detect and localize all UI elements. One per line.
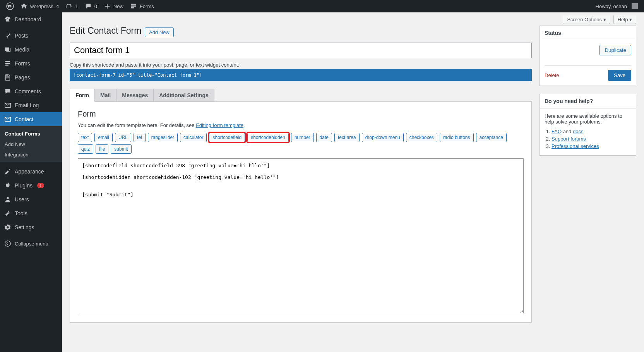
update-icon [65, 2, 73, 10]
tag-button-submit[interactable]: submit [111, 144, 131, 154]
help-box: Do you need help? Here are some availabl… [540, 94, 636, 156]
comments-link[interactable]: 0 [81, 0, 100, 12]
screen-options-label: Screen Options [567, 17, 602, 22]
menu-tools[interactable]: Tools [0, 206, 62, 220]
add-new-button[interactable]: Add New [145, 27, 174, 37]
menu-contact[interactable]: Contact [0, 112, 62, 126]
menu-posts[interactable]: Posts [0, 29, 62, 43]
editing-template-link[interactable]: Editing form template [196, 122, 243, 128]
menu-email-log[interactable]: Email Log [0, 98, 62, 112]
tag-button-text[interactable]: text [78, 133, 92, 142]
plugin-icon [4, 182, 12, 189]
forms-link[interactable]: Forms [127, 0, 157, 12]
tag-button-shortcodehidden[interactable]: shortcodehidden [247, 133, 289, 142]
contact-icon [4, 115, 12, 123]
menu-appearance[interactable]: Appearance [0, 165, 62, 179]
menu-label: Dashboard [15, 16, 41, 22]
tag-button-date[interactable]: date [316, 133, 332, 142]
comments-menu-icon [4, 88, 12, 95]
help-box-title: Do you need help? [540, 94, 636, 108]
pages-icon [4, 74, 12, 81]
forms-text: Forms [140, 3, 154, 9]
tag-button-URL[interactable]: URL [115, 133, 131, 142]
submenu-integration[interactable]: Integration [0, 149, 62, 160]
page-title: Edit Contact Form [70, 26, 141, 36]
submenu-contact-forms[interactable]: Contact Forms [0, 129, 62, 139]
page-header: Edit Contact Form Add New [70, 26, 532, 37]
media-icon [4, 46, 12, 53]
tag-button-file[interactable]: file [96, 144, 108, 154]
content-area: Screen Options ▾ Help ▾ Edit Contact For… [62, 12, 644, 352]
menu-label: Contact [15, 116, 33, 122]
shortcode-display[interactable]: [contact-form-7 id="5" title="Contact fo… [70, 69, 532, 81]
avatar-icon [632, 3, 638, 9]
screen-options-button[interactable]: Screen Options ▾ [563, 15, 610, 24]
submenu-add-new[interactable]: Add New [0, 139, 62, 149]
menu-label: Plugins [15, 182, 33, 189]
tools-icon [4, 209, 12, 217]
tag-button-quiz[interactable]: quiz [78, 144, 93, 154]
form-template-textarea[interactable] [78, 158, 524, 313]
tab-messages[interactable]: Messages [116, 89, 154, 102]
menu-dashboard[interactable]: Dashboard [0, 12, 62, 26]
tab-mail[interactable]: Mail [95, 89, 116, 102]
menu-pages[interactable]: Pages [0, 70, 62, 84]
settings-icon [4, 223, 12, 231]
tag-button-shortcodefield[interactable]: shortcodefield [209, 133, 245, 142]
home-icon [20, 2, 28, 10]
site-name-text: wordpress_4 [30, 3, 59, 9]
tag-button-acceptance[interactable]: acceptance [476, 133, 507, 142]
help-intro: Here are some available options to help … [545, 113, 631, 125]
tag-button-number[interactable]: number [291, 133, 314, 142]
support-link[interactable]: Support forums [552, 136, 586, 142]
tag-button-radio-buttons[interactable]: radio buttons [440, 133, 473, 142]
menu-users[interactable]: Users [0, 192, 62, 206]
wp-logo[interactable] [3, 0, 17, 12]
duplicate-button[interactable]: Duplicate [599, 45, 631, 55]
tag-button-checkboxes[interactable]: checkboxes [406, 133, 437, 142]
tab-form[interactable]: Form [70, 89, 95, 102]
menu-label: Email Log [15, 102, 39, 108]
menu-label: Tools [15, 210, 27, 216]
menu-comments[interactable]: Comments [0, 84, 62, 98]
menu-plugins[interactable]: Plugins1 [0, 179, 62, 192]
tag-button-rangeslider[interactable]: rangeslider [148, 133, 178, 142]
menu-label: Settings [15, 224, 34, 230]
tag-button-drop-down-menu[interactable]: drop-down menu [362, 133, 404, 142]
collapse-menu[interactable]: Collapse menu [0, 237, 62, 251]
updates-link[interactable]: 1 [62, 0, 81, 12]
docs-link[interactable]: docs [573, 129, 583, 134]
tag-button-text-area[interactable]: text area [334, 133, 360, 142]
tag-button-email[interactable]: email [94, 133, 113, 142]
shortcode-hint: Copy this shortcode and paste it into yo… [70, 62, 532, 68]
pro-link[interactable]: Professional services [552, 143, 599, 149]
faq-link[interactable]: FAQ [552, 129, 562, 134]
new-link[interactable]: New [100, 0, 127, 12]
wordpress-icon [6, 2, 14, 10]
form-title-input[interactable] [70, 43, 532, 58]
howdy-link[interactable]: Howdy, ocean [593, 0, 641, 12]
form-panel-heading: Form [78, 110, 524, 118]
users-icon [4, 196, 12, 203]
howdy-text: Howdy, ocean [596, 3, 627, 9]
site-name-link[interactable]: wordpress_4 [17, 0, 62, 12]
delete-link[interactable]: Delete [545, 72, 559, 78]
help-item-support: Support forums [552, 136, 631, 142]
admin-bar-right: Howdy, ocean [593, 0, 641, 12]
admin-bar-left: wordpress_4 1 0 New Forms [3, 0, 157, 12]
status-box-title: Status [540, 26, 636, 40]
admin-bar: wordpress_4 1 0 New Forms Howdy, ocean [0, 0, 644, 12]
menu-media[interactable]: Media [0, 43, 62, 57]
plugins-badge: 1 [37, 183, 44, 188]
help-list: FAQ and docs Support forums Professional… [545, 129, 631, 149]
submenu-contact: Contact Forms Add New Integration [0, 126, 62, 162]
tag-button-calculator[interactable]: calculator [180, 133, 207, 142]
tab-additional-settings[interactable]: Additional Settings [154, 89, 214, 102]
menu-settings[interactable]: Settings [0, 220, 62, 234]
tag-button-tel[interactable]: tel [134, 133, 146, 142]
save-button[interactable]: Save [608, 70, 631, 81]
menu-forms[interactable]: Forms [0, 57, 62, 70]
collapse-label: Collapse menu [15, 241, 48, 247]
pin-icon [4, 32, 12, 39]
help-button[interactable]: Help ▾ [613, 15, 636, 24]
